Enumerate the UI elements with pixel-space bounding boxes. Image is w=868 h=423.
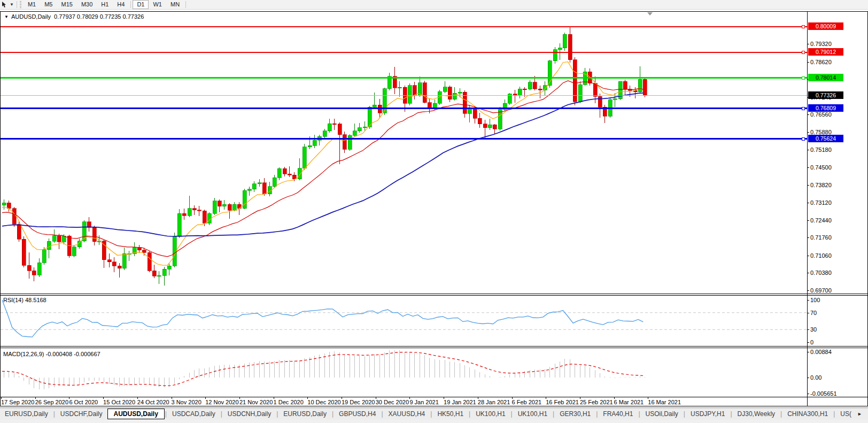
candle-body [568, 34, 572, 59]
line-handle[interactable] [802, 25, 804, 28]
symbol-label: AUDUSD,Daily [11, 13, 51, 20]
price-tick-label: 0.73120 [810, 199, 864, 206]
line-handle[interactable] [802, 107, 804, 110]
candle-body [538, 89, 542, 90]
candle-body [598, 96, 602, 107]
line-handle[interactable] [802, 51, 804, 53]
line-handle[interactable] [802, 137, 804, 140]
candle-body [563, 34, 567, 48]
candle-body [157, 275, 161, 276]
level-price-badge: 0.79012 [808, 48, 843, 56]
date-tick-label: 6 Oct 2020 [69, 399, 98, 405]
price-tick-label: 0.71060 [810, 252, 864, 259]
candle-body [623, 81, 627, 89]
candle-body [488, 125, 492, 127]
candle-body [218, 201, 221, 206]
chart-tab-eurusd-daily[interactable]: EURUSD,Daily [0, 409, 53, 419]
chart-tab-china300-h1[interactable]: CHINA300,H1 [782, 409, 833, 419]
date-tick-label: 19 Jan 2021 [444, 399, 476, 405]
tab-scroll-right-icon[interactable]: ► [857, 411, 862, 417]
candle-body [62, 236, 66, 242]
chart-canvas[interactable] [0, 0, 868, 423]
price-tick-label: 0.75180 [810, 147, 864, 153]
price-tick-label: 0.74500 [810, 164, 864, 171]
chart-tab-usdcad-daily[interactable]: USDCAD,Daily [167, 409, 220, 419]
ohlc-low: 0.77235 [100, 13, 121, 20]
date-tick-label: 17 Sep 2020 [1, 399, 34, 405]
candle-body [613, 99, 617, 100]
candle-body [283, 168, 286, 174]
candle-body [197, 210, 201, 211]
candle-body [87, 222, 91, 228]
chart-tab-us-[interactable]: US( [835, 409, 856, 419]
chart-tab-uk100-h1[interactable]: UK100,H1 [513, 409, 552, 419]
candle-body [118, 266, 121, 268]
candle-body [332, 124, 336, 125]
candle-body [57, 236, 61, 242]
rsi-tick-label: 30 [810, 326, 864, 333]
chart-tab-gbpusd-h4[interactable]: GBPUSD,H4 [334, 409, 381, 419]
chart-tab-xauusd-h4[interactable]: XAUUSD,H4 [384, 409, 430, 419]
candle-body [338, 124, 342, 135]
candle-body [182, 213, 186, 216]
chart-tab-eurusd-daily[interactable]: EURUSD,Daily [278, 409, 331, 419]
macd-main-value: -0.000408 [45, 351, 72, 357]
candle-body [423, 83, 427, 103]
candle-body [453, 93, 456, 99]
chart-tab-hk50-h1[interactable]: HK50,H1 [432, 409, 468, 419]
chart-tab-audusd-daily[interactable]: AUDUSD,Daily [107, 409, 165, 419]
chart-tab-uk100-h1[interactable]: UK100,H1 [471, 409, 510, 419]
candle-body [323, 131, 327, 137]
chart-tab-usdjpy-h1[interactable]: USDJPY,H1 [686, 409, 730, 419]
line-handle[interactable] [802, 76, 804, 79]
macd-signal-value: -0.000667 [74, 351, 100, 357]
candle-body [188, 209, 191, 216]
candle-body [192, 209, 196, 210]
price-tick-label: 0.70380 [810, 270, 864, 276]
level-price-badge: 0.78014 [808, 74, 843, 81]
candle-body [2, 203, 6, 205]
price-tick-label: 0.72440 [810, 217, 864, 224]
chart-tab-usdcnh-daily[interactable]: USDCNH,Daily [223, 409, 276, 419]
level-price-badge: 0.80009 [808, 22, 843, 30]
date-tick-label: 6 Feb 2021 [512, 399, 542, 405]
chart-borders [0, 11, 867, 406]
candle-body [493, 125, 497, 129]
candle-body [448, 87, 452, 99]
ohlc-close: 0.77326 [123, 13, 144, 20]
chart-tab-fra40-h1[interactable]: FRA40,H1 [598, 409, 638, 419]
date-tick-label: 1 Dec 2020 [274, 399, 304, 405]
date-tick-label: 25 Feb 2021 [580, 399, 613, 405]
candle-body [368, 107, 371, 127]
candle-body [468, 109, 471, 114]
rsi-indicator-label: RSI(14) 48.5168 [3, 297, 46, 303]
candle-body [232, 204, 236, 210]
chart-tab-usdchf-daily[interactable]: USDCHF,Daily [56, 409, 107, 419]
candle-body [12, 209, 16, 225]
chart-tab-ger30-h1[interactable]: GER30,H1 [555, 409, 595, 419]
candle-body [27, 265, 31, 271]
date-tick-label: 30 Dec 2020 [376, 399, 409, 405]
candle-body [262, 183, 266, 194]
candle-body [483, 124, 487, 128]
candle-body [148, 252, 151, 271]
candle-body [473, 109, 477, 119]
ohlc-open: 0.77937 [54, 13, 75, 20]
candle-body [42, 250, 46, 263]
candle-body [358, 128, 361, 131]
level-price-badge: 0.75624 [808, 135, 843, 142]
candle-body [288, 174, 291, 175]
candle-body [528, 82, 532, 89]
price-tick-label: 0.79320 [810, 41, 864, 47]
chart-tab-usoil-daily[interactable]: USOil,Daily [641, 409, 683, 419]
chart-tab-dj30-weekly[interactable]: DJ30,Weekly [733, 409, 780, 419]
collapse-triangle-icon[interactable]: ▼ [4, 14, 9, 19]
candle-body [247, 189, 251, 190]
date-tick-label: 16 Mar 2021 [648, 399, 681, 405]
candle-body [518, 89, 522, 95]
candle-body [258, 183, 261, 184]
date-tick-label: 6 Mar 2021 [614, 399, 644, 405]
candle-body [243, 190, 246, 209]
rsi-name: RSI(14) [3, 297, 24, 303]
level-price-badge: 0.76809 [808, 104, 843, 112]
